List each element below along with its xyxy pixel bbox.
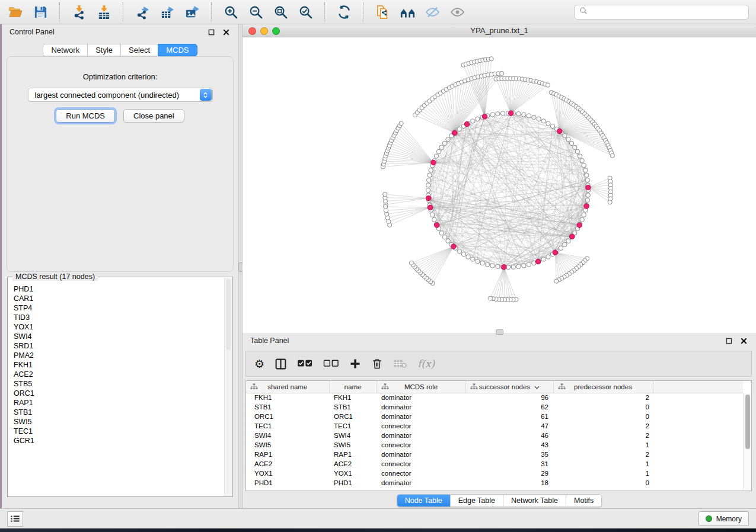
network-node[interactable] [490, 264, 495, 268]
close-window-traffic-light[interactable] [248, 27, 256, 35]
tab-select[interactable]: Select [120, 44, 158, 56]
cell-predecessor-nodes[interactable]: 2 [553, 431, 653, 440]
cell-shared-name[interactable]: TEC1 [246, 421, 329, 431]
hide-selected-button[interactable] [424, 4, 441, 20]
cell-MCDS-role[interactable]: connector [377, 459, 465, 469]
table-row[interactable]: FKH1FKH1dominator962 [246, 393, 743, 402]
cell-shared-name[interactable]: YOX1 [246, 469, 329, 478]
network-node[interactable] [566, 239, 570, 243]
deselect-all-icon[interactable] [323, 356, 339, 371]
search-box[interactable] [574, 5, 749, 20]
zoom-fit-button[interactable] [272, 4, 289, 20]
network-node[interactable] [573, 145, 577, 149]
cell-name[interactable]: YOX1 [329, 469, 377, 478]
horizontal-splitter-handle[interactable] [496, 329, 503, 335]
network-node[interactable] [439, 145, 444, 149]
cell-predecessor-nodes[interactable]: 2 [553, 450, 653, 459]
table-scrollbar[interactable] [743, 393, 751, 491]
float-panel-icon[interactable] [206, 27, 216, 37]
cell-successor-nodes[interactable]: 47 [465, 421, 553, 431]
network-node[interactable] [566, 137, 570, 142]
network-leaf-node[interactable] [610, 153, 614, 158]
column-header-name[interactable]: name [329, 381, 377, 393]
network-node[interactable] [546, 121, 550, 126]
mcds-result-item[interactable]: CAR1 [14, 294, 224, 303]
cell-successor-nodes[interactable]: 62 [465, 402, 553, 412]
column-header-shared-name[interactable]: shared name [246, 381, 329, 393]
mcds-scrollbar[interactable] [224, 278, 232, 496]
mcds-result-item[interactable]: SWI4 [14, 332, 224, 341]
scrollbar-thumb[interactable] [745, 395, 750, 449]
network-hub-node[interactable] [431, 160, 436, 165]
cell-MCDS-role[interactable]: connector [377, 469, 465, 478]
cell-MCDS-role[interactable]: connector [377, 440, 465, 450]
table-row[interactable]: ACE2ACE2connector311 [246, 459, 743, 469]
mcds-result-item[interactable]: ACE2 [14, 370, 224, 379]
network-leaf-node[interactable] [546, 83, 550, 87]
cell-predecessor-nodes[interactable]: 1 [553, 459, 653, 469]
network-node[interactable] [585, 198, 589, 202]
column-header-successor-nodes[interactable]: successor nodes [465, 381, 553, 393]
memory-button[interactable]: Memory [698, 511, 749, 526]
zoom-selected-button[interactable] [297, 4, 314, 20]
close-panel-icon[interactable] [221, 27, 231, 37]
network-hub-node[interactable] [508, 111, 513, 116]
tab-mcds[interactable]: MCDS [158, 44, 197, 56]
mcds-result-item[interactable]: ORC1 [14, 389, 224, 398]
cell-predecessor-nodes[interactable]: 1 [553, 469, 653, 478]
table-row[interactable]: SWI4SWI4dominator462 [246, 431, 743, 440]
cell-shared-name[interactable]: ORC1 [246, 412, 329, 421]
network-node[interactable] [461, 252, 465, 256]
network-leaf-node[interactable] [500, 71, 504, 75]
cell-predecessor-nodes[interactable]: 0 [553, 478, 653, 488]
cell-name[interactable]: PHD1 [329, 478, 377, 488]
column-header-MCDS-role[interactable]: MCDS role [377, 381, 465, 393]
cell-successor-nodes[interactable]: 18 [465, 478, 553, 488]
network-node[interactable] [585, 173, 589, 177]
network-node[interactable] [500, 111, 505, 116]
mcds-result-item[interactable]: STB5 [14, 379, 224, 389]
cell-name[interactable]: TEC1 [329, 421, 377, 431]
network-node[interactable] [522, 113, 526, 117]
network-hub-node[interactable] [428, 205, 433, 210]
zoom-out-button[interactable] [247, 4, 264, 20]
network-node[interactable] [446, 239, 450, 243]
cell-shared-name[interactable]: SWI5 [246, 440, 329, 450]
cell-shared-name[interactable]: ACE2 [246, 459, 329, 469]
network-node[interactable] [541, 257, 546, 261]
network-node[interactable] [471, 257, 475, 261]
refresh-button[interactable] [336, 4, 352, 20]
network-node[interactable] [457, 249, 461, 253]
export-image-button[interactable] [184, 4, 200, 20]
split-columns-icon[interactable] [275, 356, 287, 371]
network-node[interactable] [532, 115, 536, 119]
mcds-result-item[interactable]: RAP1 [14, 398, 224, 408]
search-input[interactable] [591, 8, 744, 16]
cell-successor-nodes[interactable]: 43 [465, 440, 553, 450]
cell-MCDS-role[interactable]: dominator [377, 412, 465, 421]
network-leaf-node[interactable] [383, 192, 387, 196]
network-node[interactable] [563, 242, 567, 246]
network-hub-node[interactable] [557, 129, 562, 134]
network-node[interactable] [430, 213, 434, 217]
network-node[interactable] [434, 154, 438, 158]
network-node[interactable] [580, 159, 584, 163]
close-panel-button[interactable]: Close panel [123, 109, 184, 123]
cell-successor-nodes[interactable]: 29 [465, 469, 553, 478]
cell-shared-name[interactable]: SWI4 [246, 431, 329, 440]
delete-icon[interactable] [371, 356, 383, 371]
network-node[interactable] [490, 113, 495, 117]
network-hub-node[interactable] [586, 185, 591, 190]
mcds-result-item[interactable]: SWI5 [14, 417, 224, 427]
cell-predecessor-nodes[interactable]: 2 [553, 393, 653, 402]
tab-edge-table[interactable]: Edge Table [450, 495, 503, 507]
cell-shared-name[interactable]: FKH1 [246, 393, 329, 402]
tab-motifs[interactable]: Motifs [566, 495, 601, 507]
network-node[interactable] [563, 133, 567, 137]
cell-predecessor-nodes[interactable]: 0 [553, 402, 653, 412]
network-node[interactable] [471, 119, 475, 123]
sort-desc-icon[interactable] [534, 383, 540, 390]
import-network-button[interactable] [71, 4, 87, 20]
network-hub-node[interactable] [426, 196, 431, 201]
clone-network-button[interactable] [374, 4, 391, 20]
